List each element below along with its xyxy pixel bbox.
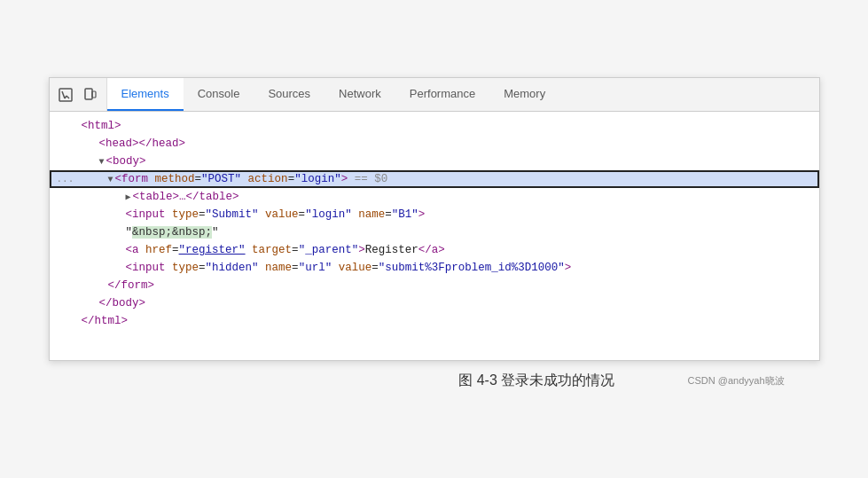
ellipsis-form: ... <box>57 174 82 184</box>
watermark: CSDN @andyyah晓波 <box>688 374 785 388</box>
devtools-tabs: Elements Console Sources Network Perform… <box>107 78 819 111</box>
dom-line-html-open[interactable]: <html> <box>50 117 819 135</box>
dom-line-input-hidden[interactable]: <input type = "hidden" name = "url" valu… <box>50 259 819 277</box>
svg-line-3 <box>66 96 69 98</box>
dom-line-table[interactable]: ▶ <table>…</table> <box>50 188 819 206</box>
dom-line-form[interactable]: ... ▼ <form method = "POST" action = "lo… <box>50 170 819 188</box>
dom-line-form-close[interactable]: </form> <box>50 277 819 294</box>
svg-rect-4 <box>85 89 92 99</box>
tab-network-label: Network <box>339 87 381 100</box>
tab-network[interactable]: Network <box>325 78 395 111</box>
svg-rect-5 <box>92 91 96 98</box>
screenshot-container: Elements Console Sources Network Perform… <box>0 0 868 478</box>
tab-performance-label: Performance <box>410 87 475 100</box>
dom-line-body-open[interactable]: ▼ <body> <box>50 153 819 170</box>
dom-line-anchor[interactable]: <a href = "register" target = "_parent" … <box>50 241 819 259</box>
tab-sources-label: Sources <box>268 87 310 100</box>
tab-performance[interactable]: Performance <box>395 78 489 111</box>
table-triangle: ▶ <box>126 192 131 202</box>
dom-line-html-close[interactable]: </html> <box>50 312 819 330</box>
devtools-panel: Elements Console Sources Network Perform… <box>49 77 820 361</box>
tab-memory-label: Memory <box>504 87 545 100</box>
tab-elements[interactable]: Elements <box>107 78 184 111</box>
caption-text: 图 4-3 登录未成功的情况 <box>386 372 688 390</box>
body-triangle: ▼ <box>99 157 105 167</box>
svg-rect-0 <box>59 89 72 101</box>
tab-sources[interactable]: Sources <box>254 78 325 111</box>
dom-line-input-submit[interactable]: <input type = "Submit" value = "login" n… <box>50 206 819 223</box>
tab-elements-label: Elements <box>121 87 169 100</box>
form-triangle: ▼ <box>108 175 113 184</box>
elements-content: <html> <head></head> ▼ <body> ... ▼ <for… <box>50 112 819 360</box>
dom-line-head[interactable]: <head></head> <box>50 135 819 153</box>
cursor-icon[interactable] <box>57 86 74 104</box>
dom-line-body-close[interactable]: </body> <box>50 294 819 312</box>
tab-memory[interactable]: Memory <box>489 78 559 111</box>
dom-line-nbsp[interactable]: " &nbsp;&nbsp; " <box>50 223 819 241</box>
svg-line-1 <box>62 91 65 98</box>
toolbar-icons <box>50 78 107 111</box>
tab-console-label: Console <box>198 87 240 100</box>
devtools-toolbar: Elements Console Sources Network Perform… <box>50 78 819 112</box>
caption-area: 图 4-3 登录未成功的情况 CSDN @andyyah晓波 <box>49 361 820 401</box>
tab-console[interactable]: Console <box>184 78 254 111</box>
device-icon[interactable] <box>82 86 99 104</box>
